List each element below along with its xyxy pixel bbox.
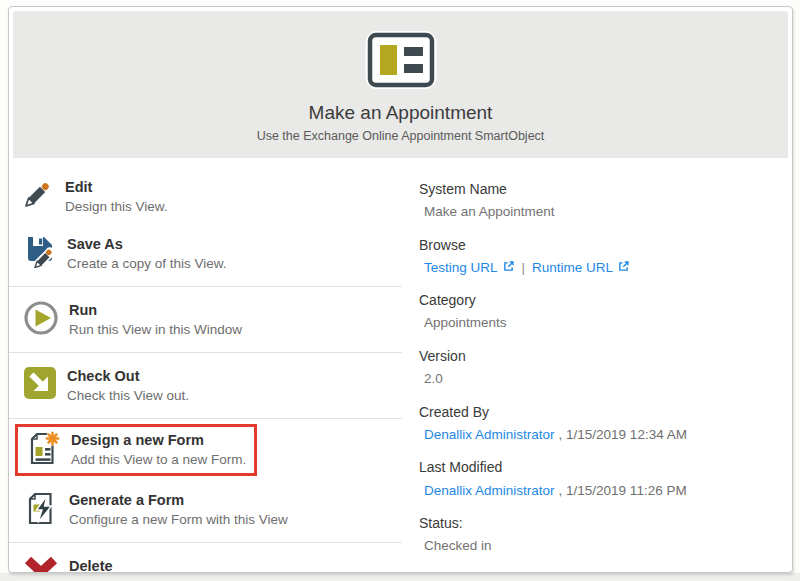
view-details-panel: Make an Appointment Use the Exchange Onl… <box>8 6 793 573</box>
action-description: Configure a new Form with this View <box>69 511 288 529</box>
detail-label: Last Modified <box>419 458 782 476</box>
created-by-user-link[interactable]: Denallix Administrator <box>424 427 555 442</box>
external-link-icon <box>502 261 515 276</box>
detail-label: Version <box>419 347 782 365</box>
page-title: Make an Appointment <box>13 102 788 125</box>
detail-label: Created By <box>419 403 782 421</box>
action-list: Edit Design this View. <box>9 168 402 573</box>
action-item-design-new-form[interactable]: Design a new Form Add this View to a new… <box>15 424 257 476</box>
design-form-icon <box>25 430 61 466</box>
page-bottom-strip <box>0 573 800 581</box>
modified-by-user-link[interactable]: Denallix Administrator <box>424 483 555 498</box>
page-subtitle: Use the Exchange Online Appointment Smar… <box>13 129 788 143</box>
runtime-url-link[interactable]: Runtime URL <box>532 260 630 275</box>
testing-url-link[interactable]: Testing URL <box>424 260 515 275</box>
detail-last-modified: Last Modified Denallix Administrator, 1/… <box>419 458 782 499</box>
detail-label: Status: <box>419 514 782 532</box>
created-timestamp: , 1/15/2019 12:34 AM <box>559 427 687 442</box>
detail-browse: Browse Testing URL|Runtime URL <box>419 236 782 277</box>
action-item-check-out[interactable]: Check Out Check this View out. <box>9 357 402 414</box>
separator <box>9 418 402 419</box>
detail-value: Appointments <box>419 314 782 332</box>
detail-value: Make an Appointment <box>419 203 782 221</box>
detail-label: Category <box>419 291 782 309</box>
action-label: Generate a Form <box>69 491 288 510</box>
action-label: Design a new Form <box>71 431 246 450</box>
detail-value: Denallix Administrator, 1/15/2019 12:34 … <box>419 426 782 444</box>
edit-pencil-icon <box>23 177 55 209</box>
action-label: Run <box>69 301 242 320</box>
action-description: Design this View. <box>65 198 168 216</box>
action-label: Edit <box>65 178 168 197</box>
link-separator: | <box>522 260 526 275</box>
detail-label: System Name <box>419 180 782 198</box>
delete-x-icon <box>23 556 59 573</box>
action-item-edit[interactable]: Edit Design this View. <box>9 168 402 225</box>
browse-links: Testing URL|Runtime URL <box>419 259 782 277</box>
detail-value: Checked in <box>419 537 782 555</box>
detail-value: Denallix Administrator, 1/15/2019 11:26 … <box>419 482 782 500</box>
detail-system-name: System Name Make an Appointment <box>419 180 782 221</box>
separator <box>9 286 402 287</box>
action-item-generate-form[interactable]: Generate a Form Configure a new Form wit… <box>9 481 402 538</box>
separator <box>9 352 402 353</box>
action-description: Add this View to a new Form. <box>71 451 246 469</box>
separator <box>9 542 402 543</box>
action-label: Save As <box>67 235 227 254</box>
detail-status: Status: Checked in <box>419 514 782 555</box>
view-icon <box>365 31 437 89</box>
run-play-icon <box>23 300 59 336</box>
generate-form-icon <box>23 490 59 526</box>
external-link-icon <box>617 261 630 276</box>
view-header: Make an Appointment Use the Exchange Onl… <box>13 11 788 158</box>
action-item-save-as[interactable]: Save As Create a copy of this View. <box>9 225 402 282</box>
action-description: Check this View out. <box>67 387 189 405</box>
action-description: Create a copy of this View. <box>67 255 227 273</box>
detail-category: Category Appointments <box>419 291 782 332</box>
check-out-arrow-icon <box>23 366 57 400</box>
detail-created-by: Created By Denallix Administrator, 1/15/… <box>419 403 782 444</box>
save-as-floppy-icon <box>23 234 57 268</box>
details-panel: System Name Make an Appointment Browse T… <box>402 168 792 570</box>
modified-timestamp: , 1/15/2019 11:26 PM <box>559 483 687 498</box>
action-item-run[interactable]: Run Run this View in this Window <box>9 291 402 348</box>
action-label: Delete <box>69 557 246 573</box>
action-item-delete[interactable]: Delete Completely remove this View. <box>9 547 402 573</box>
detail-version: Version 2.0 <box>419 347 782 388</box>
link-label: Testing URL <box>424 260 498 275</box>
action-label: Check Out <box>67 367 189 386</box>
detail-label: Browse <box>419 236 782 254</box>
link-label: Runtime URL <box>532 260 613 275</box>
detail-value: 2.0 <box>419 370 782 388</box>
action-description: Run this View in this Window <box>69 321 242 339</box>
content-area: Edit Design this View. <box>9 158 792 573</box>
